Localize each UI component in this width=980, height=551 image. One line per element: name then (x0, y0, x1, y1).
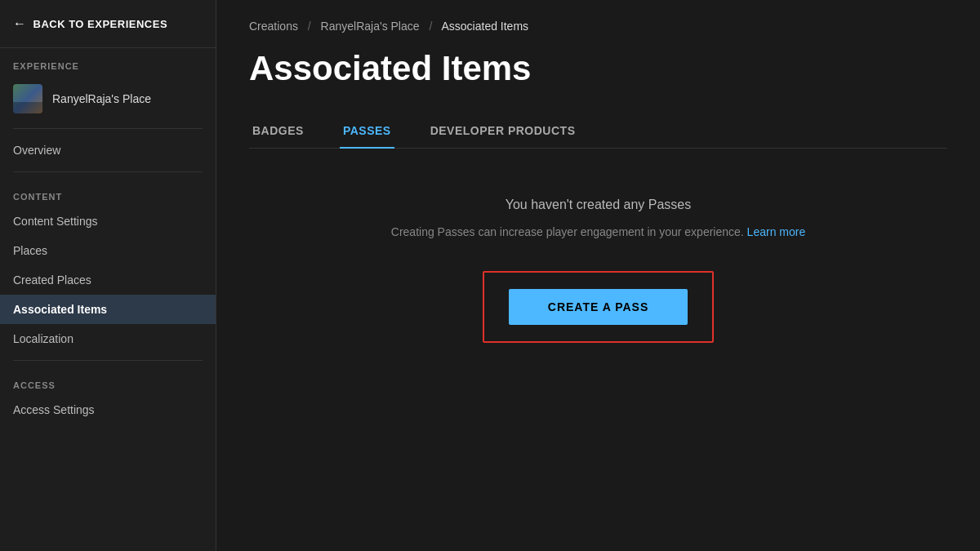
content-body: You haven't created any Passes Creating … (249, 181, 947, 359)
experience-section-label: EXPERIENCE (0, 48, 216, 76)
breadcrumb-sep-1: / (308, 20, 311, 33)
page-title: Associated Items (249, 49, 947, 88)
back-label: BACK TO EXPERIENCES (33, 18, 168, 30)
empty-desc-text: Creating Passes can increase player enga… (391, 225, 744, 238)
sidebar-item-content-settings[interactable]: Content Settings (0, 207, 216, 236)
tabs-container: BADGES PASSES DEVELOPER PRODUCTS (249, 114, 947, 149)
back-to-experiences-button[interactable]: ← BACK TO EXPERIENCES (0, 0, 216, 48)
create-a-pass-button[interactable]: CREATE A PASS (509, 289, 688, 325)
breadcrumb-sep-2: / (429, 20, 432, 33)
sidebar-item-created-places[interactable]: Created Places (0, 265, 216, 295)
sidebar-item-associated-items[interactable]: Associated Items (0, 295, 216, 324)
empty-state-title: You haven't created any Passes (506, 198, 692, 212)
breadcrumb: Creations / RanyelRaja's Place / Associa… (249, 20, 947, 33)
tab-badges[interactable]: BADGES (249, 114, 307, 149)
breadcrumb-place[interactable]: RanyelRaja's Place (321, 20, 420, 33)
content-section-label: CONTENT (0, 179, 216, 207)
back-arrow-icon: ← (13, 16, 27, 31)
experience-item: RanyelRaja's Place (0, 76, 216, 122)
sidebar-item-overview[interactable]: Overview (0, 136, 216, 165)
sidebar-item-localization[interactable]: Localization (0, 324, 216, 353)
learn-more-link[interactable]: Learn more (747, 225, 806, 238)
tab-passes[interactable]: PASSES (340, 114, 394, 149)
tab-developer-products[interactable]: DEVELOPER PRODUCTS (427, 114, 579, 149)
sidebar-divider-2 (13, 171, 203, 172)
sidebar: ← BACK TO EXPERIENCES EXPERIENCE RanyelR… (0, 0, 216, 551)
experience-name: RanyelRaja's Place (52, 92, 151, 105)
empty-state-desc: Creating Passes can increase player enga… (391, 225, 805, 238)
main-content: Creations / RanyelRaja's Place / Associa… (216, 0, 980, 551)
sidebar-item-places[interactable]: Places (0, 236, 216, 265)
access-section-label: ACCESS (0, 367, 216, 395)
sidebar-divider-3 (13, 360, 203, 361)
breadcrumb-current: Associated Items (441, 20, 528, 33)
experience-thumbnail (13, 84, 42, 113)
sidebar-item-access-settings[interactable]: Access Settings (0, 395, 216, 424)
create-button-wrapper: CREATE A PASS (483, 271, 714, 343)
sidebar-divider-1 (13, 128, 203, 129)
breadcrumb-creations[interactable]: Creations (249, 20, 298, 33)
